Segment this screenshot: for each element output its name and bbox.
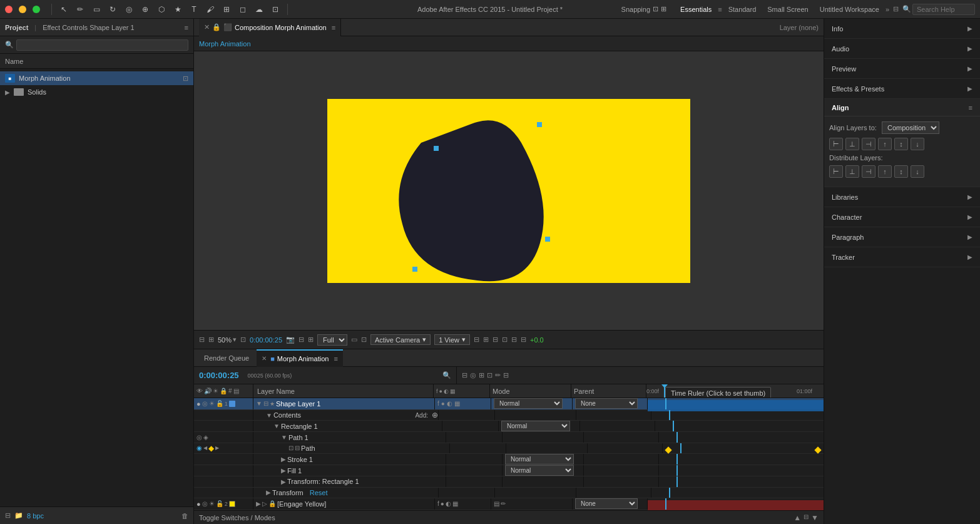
rect-tool[interactable]: ▭ — [90, 3, 103, 16]
comp-main-tab[interactable]: ✕ 🔒 ⬛ Composition Morph Animation ≡ — [199, 19, 341, 36]
layer2-expand-arrow[interactable]: ▶ — [256, 500, 261, 507]
comp-resize-icon[interactable]: ⊞ — [208, 336, 214, 344]
effect-controls-tab[interactable]: Effect Controls Shape Layer 1 — [43, 24, 135, 31]
transform-arrow[interactable]: ▶ — [266, 489, 271, 496]
3d-renderer-icon[interactable]: ⊟ — [474, 336, 479, 344]
layer2-3d[interactable]: ▦ — [452, 500, 458, 507]
layer1-audio[interactable]: ◎ — [202, 400, 208, 407]
workspace-small-screen[interactable]: Small Screen — [762, 4, 813, 14]
layer1-parent-dropdown[interactable]: None — [575, 398, 638, 409]
path-kf-diamond[interactable]: ◆ — [208, 444, 214, 453]
layer1-fx[interactable]: f — [437, 400, 439, 407]
tracker-panel-item[interactable]: Tracker ▶ — [824, 247, 980, 267]
align-v-center-btn[interactable]: ↕ — [894, 138, 908, 150]
motion-blur-icon[interactable]: ⊟ — [521, 336, 526, 344]
layer2-name-cell[interactable]: ▶ ▷ 🔒 [Engage Yellow] — [253, 498, 435, 510]
tl-compose-icon[interactable]: ⊟ — [462, 371, 467, 379]
anchor-tool[interactable]: ⊕ — [139, 3, 151, 16]
zoom-dropdown-arrow[interactable]: ▾ — [233, 336, 237, 344]
layer1-solo[interactable]: ☀ — [209, 400, 215, 407]
dist-h-center-btn[interactable]: ⊥ — [845, 165, 859, 178]
info-panel-item[interactable]: Info ▶ — [824, 19, 980, 39]
handle-bl[interactable] — [412, 267, 417, 272]
layer2-adj[interactable]: ◐ — [446, 500, 451, 507]
zoom-fit-icon[interactable]: ⊡ — [240, 336, 246, 344]
timeline-ruler-header[interactable]: 0:00f 15f 30f 45f 01:00f 15f 30f 45f 02:… — [646, 384, 824, 398]
quality-select[interactable]: Full — [317, 334, 347, 346]
align-left-btn[interactable]: ⊢ — [829, 138, 843, 150]
timeline-search-icon[interactable]: 🔍 — [442, 371, 451, 379]
path-stopwatch-active[interactable]: ◉ — [197, 444, 202, 451]
eraser-tool[interactable]: ◻ — [237, 3, 249, 16]
workspace-standard[interactable]: Standard — [723, 4, 762, 14]
guides-icon[interactable]: ⊟ — [493, 336, 498, 344]
tl-flow-icon[interactable]: ⊡ — [487, 371, 493, 379]
rotate-tool[interactable]: ↻ — [106, 3, 119, 16]
selection-tool[interactable]: ↖ — [58, 3, 70, 16]
puppet-tool[interactable]: ⊡ — [269, 3, 282, 16]
align-bottom-btn[interactable]: ↓ — [911, 138, 924, 150]
layer2-mb[interactable]: ● — [441, 500, 444, 507]
toggle-up-arrow[interactable]: ▲ — [794, 513, 801, 522]
effects-presets-panel-item[interactable]: Effects & Presets ▶ — [824, 79, 980, 99]
comp-tab-close[interactable]: ✕ — [204, 23, 210, 31]
layer1-name-cell[interactable]: ▼ ⊟ ★ Shape Layer 1 — [253, 398, 435, 409]
time-display[interactable]: 0:00:00:25 — [250, 336, 282, 344]
rect1-cell[interactable]: ▼ Rectangle 1 — [253, 421, 442, 431]
rect1-arrow[interactable]: ▼ — [273, 423, 280, 429]
workspace-untitled[interactable]: Untitled Workspace — [815, 4, 884, 14]
layer2-solo[interactable]: ☀ — [209, 500, 215, 507]
tl-preview-icon[interactable]: ⊞ — [479, 371, 484, 379]
layer1-blend-dropdown[interactable]: Normal — [494, 398, 563, 409]
align-right-btn[interactable]: ⊣ — [862, 138, 875, 150]
align-section-menu[interactable]: ≡ — [969, 104, 972, 111]
stroke1-cell[interactable]: ▶ Stroke 1 — [253, 454, 446, 465]
transparency-grid-icon[interactable]: ⊞ — [308, 336, 314, 344]
transform-rect-arrow[interactable]: ▶ — [281, 478, 286, 485]
preview-panel-item[interactable]: Preview ▶ — [824, 59, 980, 79]
layer1-timeline-bar[interactable] — [648, 398, 824, 409]
timeline-end-icon[interactable]: ⊟ — [804, 513, 809, 522]
fill1-cell[interactable]: ▶ Fill 1 — [253, 465, 446, 476]
camera-tool[interactable]: ◎ — [123, 3, 135, 16]
layer1-mb[interactable]: ● — [441, 400, 445, 407]
tl-render-icon[interactable]: ◎ — [470, 371, 476, 379]
comp-tab-menu[interactable]: ≡ — [332, 24, 335, 31]
layer1-vis[interactable]: ● — [197, 400, 201, 408]
align-to-dropdown[interactable]: Composition — [882, 121, 939, 134]
project-tab[interactable]: Project — [5, 24, 28, 31]
layer2-vis[interactable]: ● — [197, 500, 201, 508]
layer2-fx[interactable]: f — [437, 500, 439, 507]
minimize-window-btn[interactable] — [19, 6, 26, 13]
dist-right-btn[interactable]: ⊣ — [862, 165, 875, 178]
contents-arrow[interactable]: ▼ — [266, 412, 272, 419]
stroke1-blend-mode[interactable]: Normal — [505, 454, 574, 465]
kf-start[interactable] — [665, 446, 671, 453]
text-tool[interactable]: T — [188, 3, 200, 16]
fill1-arrow[interactable]: ▶ — [281, 467, 286, 474]
close-window-btn[interactable] — [5, 6, 13, 13]
rulers-icon[interactable]: ⊡ — [502, 336, 508, 344]
new-folder-icon[interactable]: 📁 — [14, 511, 23, 520]
brush-tool[interactable]: 🖌 — [204, 3, 217, 16]
layer1-expand-arrow[interactable]: ▼ — [256, 400, 262, 407]
contents-add-btn[interactable]: ⊕ — [432, 411, 438, 419]
layer2-timeline-bar[interactable] — [648, 498, 824, 510]
toggle-down-arrow[interactable]: ▼ — [811, 513, 819, 522]
bpc-display[interactable]: 8 bpc — [27, 512, 44, 520]
path1-arrow[interactable]: ▼ — [281, 434, 287, 441]
frame-blending-icon[interactable]: ⊟ — [511, 336, 517, 344]
toggle-bar-label[interactable]: Toggle Switches / Modes — [199, 514, 275, 521]
comp-settings-icon[interactable]: ⊟ — [199, 336, 205, 344]
path-kf-next[interactable]: ▶ — [215, 445, 219, 451]
timeline-main-tab[interactable]: ✕ ■ Morph Animation ≡ — [257, 349, 343, 367]
layer2-parent-dropdown[interactable]: None — [575, 498, 638, 509]
dist-v-center-btn[interactable]: ↕ — [894, 165, 908, 178]
maximize-window-btn[interactable] — [33, 6, 40, 13]
comp-viewport[interactable] — [194, 51, 824, 330]
dist-top-btn[interactable]: ↑ — [878, 165, 892, 178]
solids-expand-arrow[interactable]: ▶ — [5, 89, 10, 96]
libraries-panel-item[interactable]: Libraries ▶ — [824, 187, 980, 207]
dist-bottom-btn[interactable]: ↓ — [911, 165, 924, 178]
stroke1-arrow[interactable]: ▶ — [281, 456, 286, 463]
